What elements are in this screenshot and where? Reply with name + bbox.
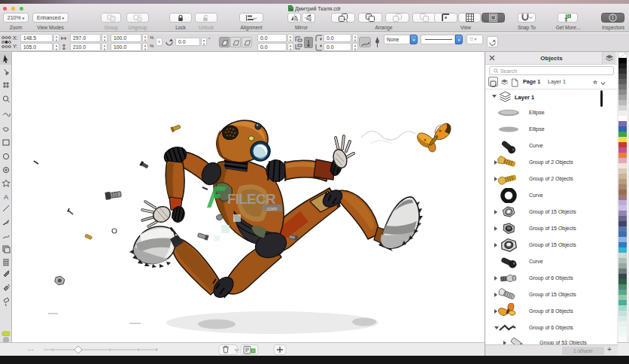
svg-text:A: A <box>4 193 8 201</box>
svg-text:FILECR: FILECR <box>227 191 276 207</box>
svg-text:.com: .com <box>266 206 277 211</box>
